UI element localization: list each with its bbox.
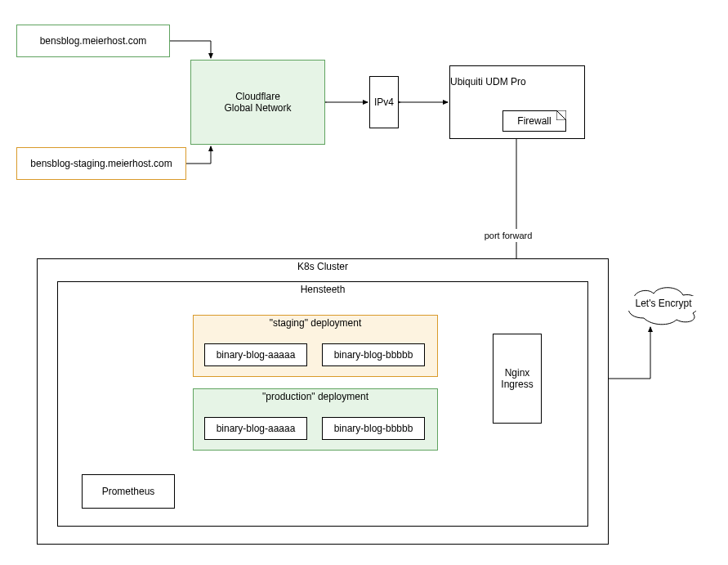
k8s-cluster-title: K8s Cluster — [297, 261, 348, 272]
hensteeth-title: Hensteeth — [301, 284, 346, 295]
lets-encrypt-label: Let's Encrypt — [626, 296, 701, 311]
staging-pod-a: binary-blog-aaaaa — [204, 343, 307, 366]
port-forward-label: port forward — [476, 229, 541, 242]
cloudflare-box: Cloudflare Global Network — [190, 60, 325, 145]
production-pod-b-label: binary-blog-bbbbb — [334, 423, 413, 434]
nginx-ingress-box: Nginx Ingress — [493, 334, 542, 424]
staging-pod-b: binary-blog-bbbbb — [322, 343, 425, 366]
production-pod-a-label: binary-blog-aaaaa — [217, 423, 296, 434]
ipv4-box: IPv4 — [369, 76, 399, 128]
prometheus-box: Prometheus — [82, 474, 175, 509]
ipv4-label: IPv4 — [374, 96, 394, 108]
staging-domain-box: bensblog-staging.meierhost.com — [16, 147, 186, 180]
nginx-ingress-label: Nginx Ingress — [501, 367, 533, 390]
production-deployment-title: "production" deployment — [262, 391, 368, 402]
staging-pod-b-label: binary-blog-bbbbb — [334, 349, 413, 361]
prometheus-label: Prometheus — [102, 486, 155, 497]
production-pod-b: binary-blog-bbbbb — [322, 417, 425, 440]
staging-pod-a-label: binary-blog-aaaaa — [217, 349, 296, 361]
firewall-label: Firewall — [517, 115, 551, 127]
dogear-icon — [556, 110, 566, 120]
production-pod-a: binary-blog-aaaaa — [204, 417, 307, 440]
prod-domain-label: bensblog.meierhost.com — [40, 35, 147, 47]
udm-label: Ubiquiti UDM Pro — [450, 76, 526, 87]
staging-domain-label: bensblog-staging.meierhost.com — [30, 158, 172, 169]
prod-domain-box: bensblog.meierhost.com — [16, 25, 170, 57]
firewall-note: Firewall — [502, 110, 566, 132]
cloudflare-label: Cloudflare Global Network — [224, 91, 291, 114]
staging-deployment-title: "staging" deployment — [270, 317, 362, 329]
svg-marker-0 — [556, 110, 566, 120]
